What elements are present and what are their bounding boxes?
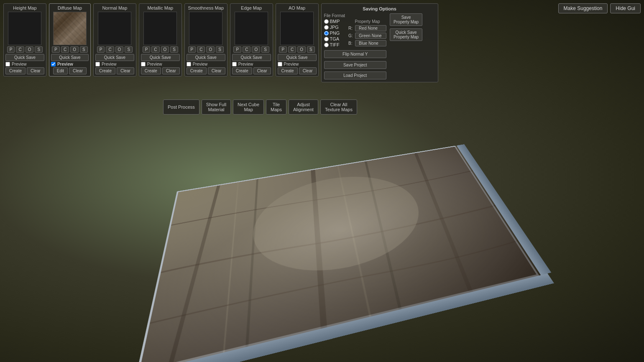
metallic-o-btn[interactable]: O (161, 46, 169, 53)
normal-c-btn[interactable]: C (106, 46, 114, 53)
ao-clear-btn[interactable]: Clear (299, 67, 317, 74)
ao-s-btn[interactable]: S (307, 46, 315, 53)
normal-preview-checkbox[interactable] (95, 62, 100, 66)
hide-gui-btn[interactable]: Hide Gui (610, 3, 641, 13)
metallic-clear-btn[interactable]: Clear (162, 67, 180, 74)
top-right-buttons: Make Suggestion Hide Gui (558, 3, 641, 13)
tile-maps-btn[interactable]: Tile Maps (266, 99, 286, 115)
smoothness-clear-btn[interactable]: Clear (208, 67, 225, 74)
height-s-btn[interactable]: S (35, 46, 43, 53)
normal-o-btn[interactable]: O (115, 46, 124, 53)
ao-quick-save[interactable]: Quick Save (278, 54, 317, 61)
ao-preview-checkbox[interactable] (278, 62, 282, 66)
edge-map-title: Edge Map (241, 5, 262, 10)
diffuse-clear-btn[interactable]: Clear (69, 67, 87, 74)
blue-channel-btn[interactable]: Blue None (355, 40, 386, 46)
bmp-label: BMP (330, 19, 340, 24)
next-cube-map-btn[interactable]: Next Cube Map (233, 99, 264, 115)
jpg-label: JPG (330, 25, 339, 30)
normal-s-btn[interactable]: S (125, 46, 133, 53)
normal-clear-btn[interactable]: Clear (117, 67, 134, 74)
tiff-radio[interactable] (324, 43, 329, 47)
smoothness-s-btn[interactable]: S (216, 46, 224, 53)
metallic-map-title: Metallic Map (147, 5, 173, 10)
diffuse-c-btn[interactable]: C (61, 46, 69, 53)
edge-preview-checkbox[interactable] (232, 62, 237, 66)
edge-map-card: Edge Map P C O S Quick Save Preview Crea… (230, 3, 273, 76)
jpg-radio[interactable] (324, 25, 329, 30)
saving-options-inner: File Format BMP JPG PNG (324, 13, 435, 79)
metallic-p-btn[interactable]: P (143, 46, 151, 53)
png-radio[interactable] (324, 31, 329, 36)
load-project-btn[interactable]: Load Project (324, 71, 387, 79)
green-channel-btn[interactable]: Green None (355, 33, 386, 39)
height-create-btn[interactable]: Create (5, 67, 26, 74)
ao-preview-label: Preview (284, 62, 299, 66)
ao-o-btn[interactable]: O (297, 46, 306, 53)
edge-p-btn[interactable]: P (233, 46, 241, 53)
tga-radio[interactable] (324, 37, 329, 41)
height-clear-btn[interactable]: Clear (27, 67, 44, 74)
red-channel-btn[interactable]: Red None (355, 25, 386, 31)
diffuse-p-btn[interactable]: P (52, 46, 60, 53)
diffuse-preview-checkbox[interactable] (51, 62, 56, 66)
smoothness-c-btn[interactable]: C (197, 46, 205, 53)
height-p-btn[interactable]: P (7, 46, 15, 53)
ao-p-btn[interactable]: P (279, 46, 287, 53)
smoothness-create-btn[interactable]: Create (187, 67, 207, 74)
height-map-card: Height Map P C O S Quick Save Preview Cr… (3, 3, 46, 76)
flip-normal-y-btn[interactable]: Flip Normal Y (324, 50, 387, 58)
file-format-label: File Format (324, 13, 345, 18)
diffuse-o-btn[interactable]: O (70, 46, 79, 53)
smoothness-preview-row: Preview (187, 62, 225, 66)
metallic-c-btn[interactable]: C (151, 46, 159, 53)
green-channel-letter: G: (348, 33, 353, 38)
height-c-btn[interactable]: C (16, 46, 24, 53)
edge-s-btn[interactable]: S (261, 46, 269, 53)
clear-all-texture-maps-btn[interactable]: Clear All Texture Maps (320, 99, 357, 115)
metallic-create-btn[interactable]: Create (141, 67, 161, 74)
show-full-material-btn[interactable]: Show Full Material (202, 99, 231, 115)
edge-create-btn[interactable]: Create (232, 67, 252, 74)
diffuse-s-btn[interactable]: S (80, 46, 88, 53)
normal-p-btn[interactable]: P (97, 46, 105, 53)
adjust-alignment-btn[interactable]: Adjust Alignment (289, 99, 318, 115)
height-preview-checkbox[interactable] (5, 62, 10, 66)
save-property-map-btn[interactable]: SaveProperty Map (390, 13, 422, 26)
smoothness-p-btn[interactable]: P (188, 46, 196, 53)
save-project-btn[interactable]: Save Project (324, 61, 387, 69)
normal-quick-save[interactable]: Quick Save (95, 54, 134, 61)
height-map-title: Height Map (13, 5, 36, 10)
height-o-btn[interactable]: O (26, 46, 34, 53)
ao-c-btn[interactable]: C (288, 46, 296, 53)
edge-c-btn[interactable]: C (243, 46, 250, 53)
metallic-s-btn[interactable]: S (170, 46, 178, 53)
post-process-btn[interactable]: Post Process (163, 99, 199, 115)
ao-create-btn[interactable]: Create (278, 67, 298, 74)
diffuse-edit-btn[interactable]: Edit (53, 67, 68, 74)
tga-radio-row: TGA (324, 36, 345, 41)
diffuse-preview-row: Preview (51, 62, 89, 66)
smoothness-o-btn[interactable]: O (206, 46, 215, 53)
make-suggestion-btn[interactable]: Make Suggestion (558, 3, 608, 13)
diffuse-preview-label: Preview (57, 62, 73, 66)
green-channel-row: G: Green None (348, 33, 386, 39)
diffuse-map-card: Diffuse Map P C O S Quick Save Preview E… (49, 3, 91, 76)
height-quick-save[interactable]: Quick Save (5, 54, 44, 61)
edge-quick-save[interactable]: Quick Save (232, 54, 271, 61)
blue-channel-row: B: Blue None (348, 40, 386, 46)
diffuse-quick-save[interactable]: Quick Save (51, 54, 89, 61)
tiff-radio-row: TIFF (324, 42, 345, 47)
bmp-radio[interactable] (324, 19, 329, 24)
normal-map-title: Normal Map (102, 5, 127, 10)
normal-create-btn[interactable]: Create (95, 67, 115, 74)
smoothness-quick-save[interactable]: Quick Save (187, 54, 225, 61)
edge-o-btn[interactable]: O (252, 46, 260, 53)
edge-clear-btn[interactable]: Clear (253, 67, 271, 74)
3d-plane (121, 137, 586, 362)
smoothness-preview-checkbox[interactable] (187, 62, 191, 66)
edge-action-row: Create Clear (232, 67, 271, 74)
metallic-quick-save[interactable]: Quick Save (141, 54, 180, 61)
metallic-preview-checkbox[interactable] (141, 62, 146, 66)
quick-save-property-map-btn[interactable]: Quick SaveProperty Map (390, 28, 422, 41)
